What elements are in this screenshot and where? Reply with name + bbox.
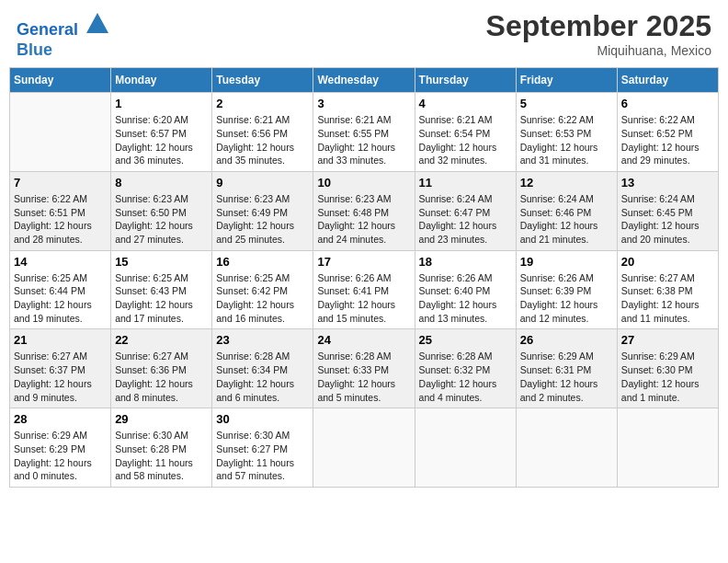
cell-info: Sunrise: 6:29 AMSunset: 6:31 PMDaylight:… [520,350,613,404]
day-number: 10 [317,176,410,190]
day-number: 28 [14,412,107,426]
day-number: 21 [14,333,107,347]
day-number: 23 [216,333,309,347]
cell-info: Sunrise: 6:21 AMSunset: 6:54 PMDaylight:… [419,113,512,167]
calendar-week-row: 7Sunrise: 6:22 AMSunset: 6:51 PMDaylight… [10,171,719,250]
cell-info: Sunrise: 6:26 AMSunset: 6:39 PMDaylight:… [520,271,613,326]
svg-marker-0 [86,13,108,33]
day-number: 11 [419,176,512,190]
day-number: 26 [520,333,613,347]
logo: General Blue [17,9,110,60]
calendar-cell: 9Sunrise: 6:23 AMSunset: 6:49 PMDaylight… [212,171,313,250]
calendar-cell: 15Sunrise: 6:25 AMSunset: 6:43 PMDayligh… [111,250,212,329]
col-header-sunday: Sunday [10,68,111,93]
calendar-cell: 6Sunrise: 6:22 AMSunset: 6:52 PMDaylight… [617,93,718,172]
day-number: 16 [216,255,309,269]
logo-icon [85,9,110,35]
cell-info: Sunrise: 6:27 AMSunset: 6:37 PMDaylight:… [14,350,107,404]
calendar-cell: 2Sunrise: 6:21 AMSunset: 6:56 PMDaylight… [212,93,313,172]
cell-info: Sunrise: 6:28 AMSunset: 6:33 PMDaylight:… [317,350,410,404]
day-number: 22 [115,333,208,347]
calendar-cell [10,93,111,172]
day-number: 3 [317,97,410,110]
calendar-cell: 20Sunrise: 6:27 AMSunset: 6:38 PMDayligh… [617,250,718,329]
calendar-table: SundayMondayTuesdayWednesdayThursdayFrid… [9,67,719,488]
cell-info: Sunrise: 6:27 AMSunset: 6:36 PMDaylight:… [115,350,208,404]
calendar-cell [617,408,718,488]
calendar-cell [516,408,617,488]
day-number: 5 [520,97,613,110]
location: Miquihuana, Mexico [486,43,711,58]
calendar-cell: 16Sunrise: 6:25 AMSunset: 6:42 PMDayligh… [212,250,313,329]
cell-info: Sunrise: 6:22 AMSunset: 6:52 PMDaylight:… [621,113,714,167]
calendar-cell: 10Sunrise: 6:23 AMSunset: 6:48 PMDayligh… [313,171,415,250]
cell-info: Sunrise: 6:28 AMSunset: 6:32 PMDaylight:… [419,350,512,404]
day-number: 14 [14,255,107,269]
cell-info: Sunrise: 6:23 AMSunset: 6:48 PMDaylight:… [317,192,410,247]
calendar-cell: 3Sunrise: 6:21 AMSunset: 6:55 PMDaylight… [313,93,415,172]
calendar-cell: 11Sunrise: 6:24 AMSunset: 6:47 PMDayligh… [415,171,516,250]
col-header-friday: Friday [516,68,617,93]
cell-info: Sunrise: 6:24 AMSunset: 6:45 PMDaylight:… [621,192,714,247]
calendar-cell: 1Sunrise: 6:20 AMSunset: 6:57 PMDaylight… [111,93,212,172]
cell-info: Sunrise: 6:25 AMSunset: 6:43 PMDaylight:… [115,271,208,326]
day-number: 2 [216,97,309,110]
col-header-tuesday: Tuesday [212,68,313,93]
calendar-week-row: 21Sunrise: 6:27 AMSunset: 6:37 PMDayligh… [10,329,719,408]
calendar-cell: 19Sunrise: 6:26 AMSunset: 6:39 PMDayligh… [516,250,617,329]
calendar-cell: 8Sunrise: 6:23 AMSunset: 6:50 PMDaylight… [111,171,212,250]
calendar-cell: 23Sunrise: 6:28 AMSunset: 6:34 PMDayligh… [212,329,313,408]
day-number: 4 [419,97,512,110]
calendar-cell: 4Sunrise: 6:21 AMSunset: 6:54 PMDaylight… [415,93,516,172]
cell-info: Sunrise: 6:28 AMSunset: 6:34 PMDaylight:… [216,350,309,404]
calendar-cell: 7Sunrise: 6:22 AMSunset: 6:51 PMDaylight… [10,171,111,250]
day-number: 18 [419,255,512,269]
day-number: 27 [621,333,714,347]
calendar-cell: 14Sunrise: 6:25 AMSunset: 6:44 PMDayligh… [10,250,111,329]
calendar-cell: 21Sunrise: 6:27 AMSunset: 6:37 PMDayligh… [10,329,111,408]
day-number: 1 [115,97,208,110]
cell-info: Sunrise: 6:22 AMSunset: 6:53 PMDaylight:… [520,113,613,167]
cell-info: Sunrise: 6:21 AMSunset: 6:56 PMDaylight:… [216,113,309,167]
day-number: 24 [317,333,410,347]
calendar-cell: 25Sunrise: 6:28 AMSunset: 6:32 PMDayligh… [415,329,516,408]
col-header-saturday: Saturday [617,68,718,93]
cell-info: Sunrise: 6:25 AMSunset: 6:42 PMDaylight:… [216,271,309,326]
calendar-cell: 17Sunrise: 6:26 AMSunset: 6:41 PMDayligh… [313,250,415,329]
cell-info: Sunrise: 6:29 AMSunset: 6:29 PMDaylight:… [14,429,107,483]
day-number: 15 [115,255,208,269]
day-number: 30 [216,412,309,426]
calendar-header-row: SundayMondayTuesdayWednesdayThursdayFrid… [10,68,719,93]
cell-info: Sunrise: 6:24 AMSunset: 6:46 PMDaylight:… [520,192,613,247]
calendar-week-row: 28Sunrise: 6:29 AMSunset: 6:29 PMDayligh… [10,408,719,488]
day-number: 13 [621,176,714,190]
cell-info: Sunrise: 6:30 AMSunset: 6:27 PMDaylight:… [216,429,309,483]
calendar-cell: 26Sunrise: 6:29 AMSunset: 6:31 PMDayligh… [516,329,617,408]
day-number: 12 [520,176,613,190]
day-number: 19 [520,255,613,269]
day-number: 29 [115,412,208,426]
calendar-cell: 27Sunrise: 6:29 AMSunset: 6:30 PMDayligh… [617,329,718,408]
logo-general: General [17,20,78,39]
calendar-cell: 22Sunrise: 6:27 AMSunset: 6:36 PMDayligh… [111,329,212,408]
calendar-week-row: 14Sunrise: 6:25 AMSunset: 6:44 PMDayligh… [10,250,719,329]
calendar-week-row: 1Sunrise: 6:20 AMSunset: 6:57 PMDaylight… [10,93,719,172]
calendar-cell: 28Sunrise: 6:29 AMSunset: 6:29 PMDayligh… [10,408,111,488]
calendar-cell [415,408,516,488]
day-number: 6 [621,97,714,110]
calendar-cell [313,408,415,488]
cell-info: Sunrise: 6:22 AMSunset: 6:51 PMDaylight:… [14,192,107,247]
day-number: 8 [115,176,208,190]
cell-info: Sunrise: 6:23 AMSunset: 6:49 PMDaylight:… [216,192,309,247]
calendar-cell: 5Sunrise: 6:22 AMSunset: 6:53 PMDaylight… [516,93,617,172]
calendar-cell: 29Sunrise: 6:30 AMSunset: 6:28 PMDayligh… [111,408,212,488]
calendar-cell: 12Sunrise: 6:24 AMSunset: 6:46 PMDayligh… [516,171,617,250]
day-number: 20 [621,255,714,269]
calendar-cell: 30Sunrise: 6:30 AMSunset: 6:27 PMDayligh… [212,408,313,488]
month-title: September 2025 [486,9,711,43]
cell-info: Sunrise: 6:20 AMSunset: 6:57 PMDaylight:… [115,113,208,167]
cell-info: Sunrise: 6:24 AMSunset: 6:47 PMDaylight:… [419,192,512,247]
col-header-thursday: Thursday [415,68,516,93]
cell-info: Sunrise: 6:21 AMSunset: 6:55 PMDaylight:… [317,113,410,167]
calendar-cell: 24Sunrise: 6:28 AMSunset: 6:33 PMDayligh… [313,329,415,408]
